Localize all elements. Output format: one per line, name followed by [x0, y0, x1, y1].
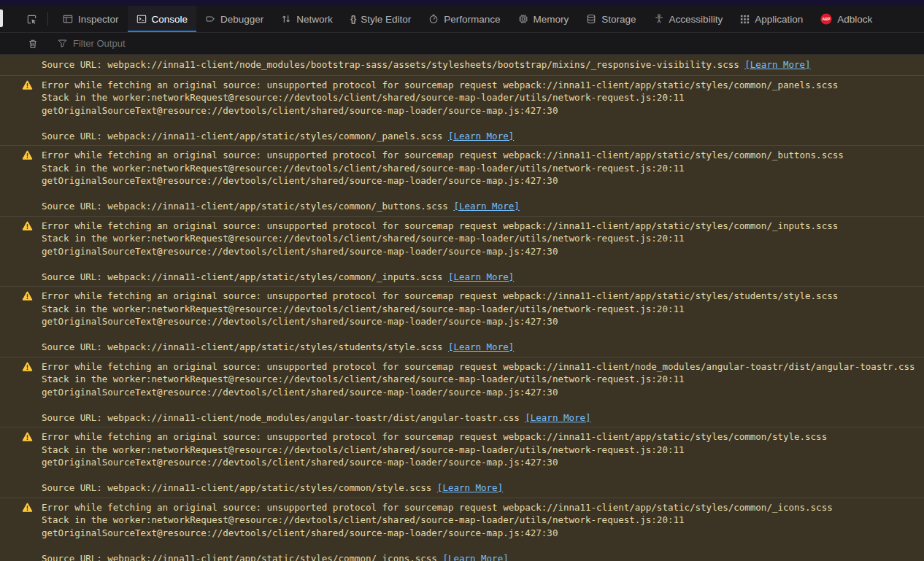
warning-stack-line-1: Stack in the worker:networkRequest@resou…	[42, 162, 918, 175]
inspector-icon	[63, 14, 73, 24]
tab-label: Accessibility	[669, 14, 723, 25]
blank-line	[42, 539, 918, 552]
console-warning: Error while fetching an original source:…	[0, 217, 924, 287]
learn-more-link[interactable]: [Learn More]	[448, 271, 514, 282]
learn-more-link[interactable]: [Learn More]	[453, 201, 519, 212]
warning-icon	[22, 291, 34, 304]
pick-element-icon	[26, 14, 37, 25]
tab-label: Storage	[601, 14, 636, 25]
source-url-text: Source URL: webpack://inna11-client/app/…	[42, 201, 448, 212]
warning-stack-line-2: getOriginalSourceText@resource://devtool…	[42, 104, 918, 117]
message-body: Error while fetching an original source:…	[42, 290, 918, 354]
tab-label: Style Editor	[361, 14, 411, 25]
tab-label: Inspector	[78, 14, 119, 25]
warning-stack-line-1: Stack in the worker:networkRequest@resou…	[42, 514, 918, 527]
tab-accessibility[interactable]: Accessibility	[645, 6, 732, 32]
tab-memory[interactable]: Memory	[509, 6, 578, 32]
warning-source-line: Source URL: webpack://inna11-client/node…	[42, 58, 918, 71]
message-body: Error while fetching an original source:…	[42, 360, 918, 425]
tab-debugger[interactable]: Debugger	[196, 6, 272, 32]
source-url-text: Source URL: webpack://inna11-client/app/…	[42, 341, 442, 352]
warning-error-line: Error while fetching an original source:…	[42, 360, 918, 374]
warning-error-line: Error while fetching an original source:…	[42, 220, 918, 233]
blank-line	[42, 469, 918, 482]
warning-source-line: Source URL: webpack://inna11-client/app/…	[42, 130, 918, 143]
tab-label: Network	[296, 14, 333, 25]
warning-stack-line-2: getOriginalSourceText@resource://devtool…	[42, 386, 918, 399]
warning-stack-line-2: getOriginalSourceText@resource://devtool…	[42, 527, 918, 540]
tab-inspector[interactable]: Inspector	[54, 6, 128, 32]
warning-stack-line-1: Stack in the worker:networkRequest@resou…	[42, 303, 918, 316]
tab-performance[interactable]: Performance	[420, 6, 509, 32]
console-warning: Error while fetching an original source:…	[0, 357, 924, 428]
tab-application[interactable]: Application	[731, 6, 812, 32]
toolbar-separator	[47, 12, 48, 26]
learn-more-link[interactable]: [Learn More]	[448, 341, 514, 352]
svg-text:ABP: ABP	[823, 17, 831, 21]
trash-icon	[28, 39, 38, 49]
warning-icon	[22, 221, 34, 234]
tab-storage[interactable]: Storage	[577, 6, 644, 32]
warning-error-line: Error while fetching an original source:…	[42, 430, 918, 444]
source-url-text: Source URL: webpack://inna11-client/app/…	[42, 131, 442, 142]
learn-more-link[interactable]: [Learn More]	[448, 131, 514, 142]
tab-network[interactable]: Network	[272, 6, 342, 32]
message-body: Source URL: webpack://inna11-client/node…	[42, 58, 918, 71]
accessibility-icon	[654, 14, 664, 24]
warning-stack-line-2: getOriginalSourceText@resource://devtool…	[42, 245, 918, 258]
message-body: Error while fetching an original source:…	[42, 220, 918, 284]
warning-icon	[22, 362, 34, 375]
warning-source-line: Source URL: webpack://inna11-client/app/…	[42, 200, 918, 213]
tab-adblock[interactable]: ABPAdblock	[812, 6, 881, 32]
performance-icon	[428, 14, 439, 24]
page-edge-sliver	[0, 9, 3, 27]
message-body: Error while fetching an original source:…	[42, 430, 918, 495]
tab-label: Console	[152, 14, 188, 25]
console-warning: Error while fetching an original source:…	[0, 76, 924, 147]
warning-icon	[22, 432, 34, 445]
learn-more-link[interactable]: [Learn More]	[744, 59, 810, 70]
warning-source-line: Source URL: webpack://inna11-client/app/…	[42, 552, 918, 561]
console-warning: Error while fetching an original source:…	[0, 287, 924, 357]
warning-error-line: Error while fetching an original source:…	[42, 501, 918, 514]
learn-more-link[interactable]: [Learn More]	[525, 412, 590, 423]
warning-stack-line-2: getOriginalSourceText@resource://devtool…	[42, 315, 918, 328]
warning-error-line: Error while fetching an original source:…	[42, 149, 918, 162]
warning-icon	[22, 80, 34, 93]
tab-style-editor[interactable]: {}Style Editor	[342, 6, 420, 32]
warning-stack-line-1: Stack in the worker:networkRequest@resou…	[42, 232, 918, 245]
warning-source-line: Source URL: webpack://inna11-client/node…	[42, 411, 918, 425]
devtools-toolbar: InspectorConsoleDebuggerNetwork{}Style E…	[0, 6, 924, 33]
clear-console-button[interactable]	[23, 39, 42, 49]
warning-source-line: Source URL: webpack://inna11-client/app/…	[42, 271, 918, 284]
console-filterbar	[0, 33, 924, 55]
network-icon	[281, 14, 291, 24]
message-body: Error while fetching an original source:…	[42, 79, 918, 143]
warning-error-line: Error while fetching an original source:…	[42, 79, 918, 92]
tab-label: Application	[755, 14, 803, 25]
warning-stack-line-1: Stack in the worker:networkRequest@resou…	[42, 373, 918, 386]
tab-console[interactable]: Console	[128, 6, 197, 32]
tab-strip: InspectorConsoleDebuggerNetwork{}Style E…	[54, 6, 924, 32]
learn-more-link[interactable]: [Learn More]	[442, 553, 508, 561]
console-warning-partial: Source URL: webpack://inna11-client/node…	[0, 55, 924, 76]
console-warning: Error while fetching an original source:…	[0, 427, 924, 498]
source-url-text: Source URL: webpack://inna11-client/app/…	[42, 482, 431, 493]
console-warning: Error while fetching an original source:…	[0, 498, 924, 561]
memory-icon	[518, 14, 528, 24]
storage-icon	[586, 14, 596, 24]
filter-output-input[interactable]	[73, 38, 924, 49]
blank-line	[42, 258, 918, 271]
application-icon	[740, 15, 750, 24]
pick-element-button[interactable]	[22, 6, 42, 32]
blank-line	[42, 398, 918, 411]
debugger-icon	[205, 14, 215, 24]
tab-label: Memory	[534, 14, 569, 25]
source-url-text: Source URL: webpack://inna11-client/app/…	[42, 271, 442, 282]
console-output[interactable]: Source URL: webpack://inna11-client/node…	[0, 55, 924, 561]
warning-icon	[22, 150, 34, 163]
warning-stack-line-2: getOriginalSourceText@resource://devtool…	[42, 456, 918, 469]
learn-more-link[interactable]: [Learn More]	[437, 482, 503, 493]
warning-source-line: Source URL: webpack://inna11-client/app/…	[42, 341, 918, 354]
source-url-text: Source URL: webpack://inna11-client/app/…	[42, 553, 437, 561]
